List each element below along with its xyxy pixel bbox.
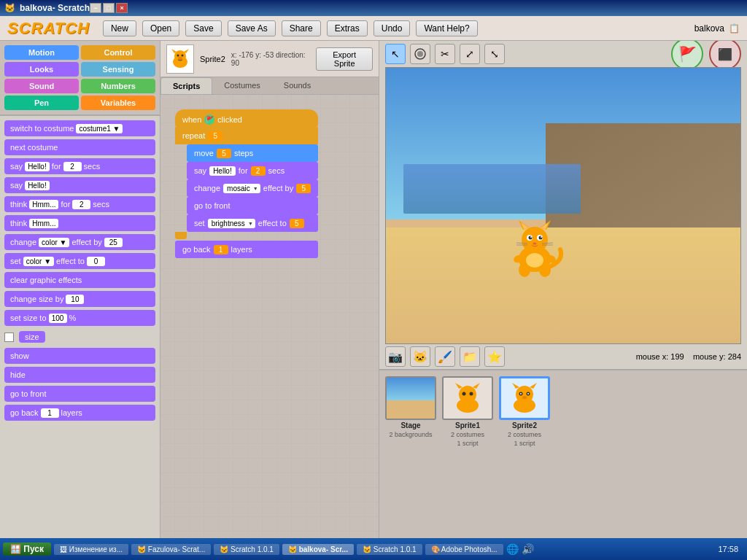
maximize-button[interactable]: □: [103, 3, 115, 13]
sprite1-label: Sprite1: [455, 421, 480, 429]
repeat-cap: [175, 232, 187, 239]
scripts-canvas[interactable]: when 🚩 clicked repeat 5 move 5 steps say…: [160, 95, 379, 560]
svg-marker-33: [455, 383, 462, 389]
shrink-tool[interactable]: ⤡: [484, 44, 505, 64]
stop-button[interactable]: ⬛: [709, 41, 741, 70]
repeat-block[interactable]: repeat 5: [175, 127, 318, 144]
taskbar-item-3[interactable]: 🐱 balkova- Scr...: [282, 544, 354, 555]
green-flag-button[interactable]: 🚩: [671, 41, 703, 70]
block-change-effect[interactable]: change color ▼ effect by 25: [4, 234, 155, 250]
stage-label: Stage: [400, 421, 420, 429]
change-mosaic-block[interactable]: change mosaic effect by 5: [187, 179, 318, 197]
stage-settings-button[interactable]: 📁: [460, 346, 480, 367]
block-size-reporter[interactable]: size: [4, 329, 155, 345]
close-button[interactable]: ×: [116, 3, 128, 13]
sprite-thumbnail: [166, 44, 194, 74]
script-tabs: Scripts Costumes Sounds: [160, 77, 379, 95]
want-help-button[interactable]: Want Help?: [416, 20, 477, 36]
taskbar-icons: 🌐 🔊: [506, 543, 534, 555]
block-show[interactable]: show: [4, 348, 155, 364]
user-area: balkova 📋: [694, 23, 740, 34]
sprite2-thumb: [499, 376, 550, 420]
select-tool[interactable]: ↖: [385, 44, 406, 64]
save-button[interactable]: Save: [185, 20, 221, 36]
block-say-for[interactable]: say Hello! for 2 secs: [4, 158, 155, 174]
block-go-to-front[interactable]: go to front: [4, 386, 155, 402]
export-sprite-button[interactable]: Export Sprite: [316, 47, 373, 71]
taskbar-item-4[interactable]: 🐱 Scratch 1.0.1: [357, 544, 422, 555]
tab-scripts[interactable]: Scripts: [160, 77, 212, 94]
go-to-front-block[interactable]: go to front: [187, 197, 318, 214]
block-set-size[interactable]: set size to 100 %: [4, 310, 155, 326]
sprite1-thumb: [442, 376, 493, 420]
category-variables[interactable]: Variables: [81, 96, 155, 110]
save-as-button[interactable]: Save As: [228, 20, 276, 36]
set-brightness-block[interactable]: set brightness effect to 5: [187, 214, 318, 232]
block-hide[interactable]: hide: [4, 367, 155, 383]
block-next-costume[interactable]: next costume: [4, 139, 155, 155]
tab-sounds[interactable]: Sounds: [272, 77, 322, 94]
category-sound[interactable]: Sound: [4, 79, 79, 93]
sprite-name-display: Sprite2: [200, 55, 225, 63]
import-sprite-button[interactable]: 🖌️: [435, 346, 455, 367]
stage-sprite-item[interactable]: Stage 2 backgrounds: [385, 376, 436, 438]
svg-point-8: [417, 51, 423, 57]
script-stack: when 🚩 clicked repeat 5 move 5 steps say…: [175, 109, 318, 258]
block-change-size[interactable]: change size by 10: [4, 291, 155, 307]
sprite2-item[interactable]: Sprite2 2 costumes 1 script: [499, 376, 550, 447]
category-looks[interactable]: Looks: [4, 62, 79, 77]
stage-water: [403, 164, 581, 214]
cut-tool[interactable]: ✂: [435, 44, 455, 64]
add-sprite-button[interactable]: 📷: [385, 346, 406, 367]
new-button[interactable]: New: [103, 20, 136, 36]
svg-point-32: [459, 386, 476, 403]
minimize-button[interactable]: −: [90, 3, 101, 13]
block-think-for[interactable]: think Hmm... for 2 secs: [4, 196, 155, 212]
sprite1-item[interactable]: Sprite1 2 costumes 1 script: [442, 376, 493, 447]
undo-button[interactable]: Undo: [374, 20, 411, 36]
tab-costumes[interactable]: Costumes: [212, 77, 272, 94]
sprite1-svg: [446, 380, 489, 416]
cat-sprite: [506, 217, 564, 292]
taskbar-item-2[interactable]: 🐱 Scratch 1.0.1: [214, 544, 279, 555]
block-clear-effects[interactable]: clear graphic effects: [4, 272, 155, 288]
go-back-layers-block[interactable]: go back 1 layers: [175, 241, 318, 258]
when-clicked-block[interactable]: when 🚩 clicked: [175, 109, 318, 127]
titlebar-icon: 🐱: [4, 3, 15, 13]
svg-point-10: [522, 227, 548, 253]
category-motion[interactable]: Motion: [4, 45, 79, 60]
category-control[interactable]: Control: [81, 45, 155, 60]
taskbar-item-0[interactable]: 🖼 Изменение из...: [54, 544, 128, 555]
category-numbers[interactable]: Numbers: [81, 79, 155, 93]
block-think[interactable]: think Hmm...: [4, 215, 155, 231]
svg-point-45: [527, 393, 529, 394]
block-set-effect[interactable]: set color ▼ effect to 0: [4, 253, 155, 269]
taskbar-item-5[interactable]: 🎨 Adobe Photosh...: [425, 544, 503, 555]
svg-point-44: [520, 393, 522, 394]
say-for-block[interactable]: say Hello! for 2 secs: [187, 162, 318, 179]
block-say[interactable]: say Hello!: [4, 177, 155, 193]
paint-sprite-button[interactable]: 🐱: [410, 346, 430, 367]
move-block[interactable]: move 5 steps: [187, 144, 318, 162]
grow-tool[interactable]: ⤢: [460, 44, 480, 64]
titlebar-title: balkova- Scratch: [20, 3, 90, 13]
scratch-logo: SCRATCH: [7, 19, 90, 38]
open-button[interactable]: Open: [142, 20, 179, 36]
start-button[interactable]: 🪟 Пуск: [3, 542, 51, 556]
category-sensing[interactable]: Sensing: [81, 62, 155, 77]
blocks-list: switch to costume costume1 ▼ next costum…: [0, 116, 160, 560]
taskbar-item-1[interactable]: 🐱 Fazulova- Scrat...: [131, 544, 211, 555]
svg-marker-34: [473, 383, 480, 389]
category-pen[interactable]: Pen: [4, 96, 79, 110]
svg-marker-39: [512, 383, 519, 389]
block-go-back[interactable]: go back 1 layers: [4, 405, 155, 421]
extra-button[interactable]: ⭐: [484, 346, 505, 367]
block-switch-costume[interactable]: switch to costume costume1 ▼: [4, 120, 155, 136]
duplicate-tool[interactable]: [410, 44, 430, 64]
svg-point-35: [462, 392, 466, 396]
svg-point-17: [529, 236, 533, 240]
right-panel: ↖ ✂ ⤢ ⤡ 🚩 ⬛: [379, 41, 747, 560]
share-button[interactable]: Share: [282, 20, 321, 36]
svg-point-5: [182, 54, 184, 56]
extras-button[interactable]: Extras: [327, 20, 368, 36]
